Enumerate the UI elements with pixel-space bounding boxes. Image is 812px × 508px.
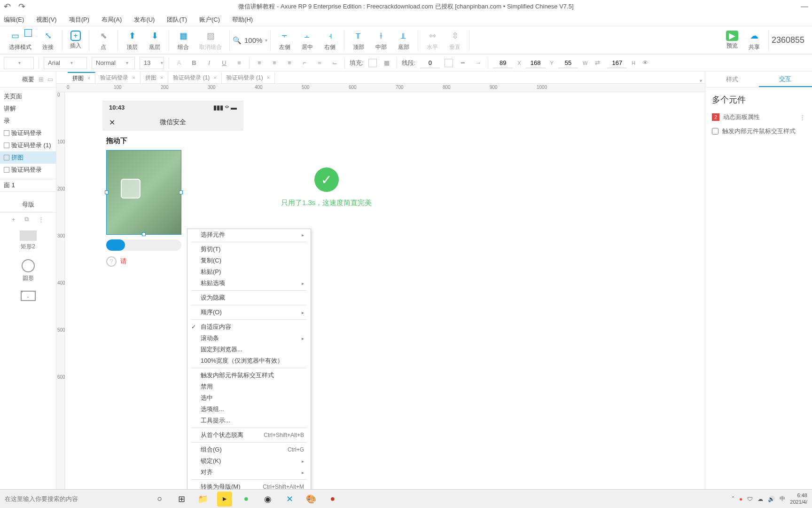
close-icon[interactable]: × [87,75,90,81]
menu-help[interactable]: 帮助(H) [232,16,253,24]
undo-icon[interactable]: ↶ [4,1,11,12]
tree-item-active[interactable]: 拼图 [0,151,56,164]
tool-top-layer[interactable]: ⬆顶层 [121,29,143,51]
context-menu-item[interactable]: 选项组... [187,404,311,415]
shield-icon[interactable]: 🛡 [747,496,753,502]
menu-edit[interactable]: 编辑(E) [4,16,24,24]
tree-item[interactable]: 验证码登录 [0,164,56,176]
context-menu-item[interactable]: ✓自适应内容 [187,321,311,333]
context-menu-item[interactable]: 禁用 [187,381,311,392]
context-menu-item[interactable]: 复制(C) [187,255,311,266]
fill-image-icon[interactable]: ▦ [382,58,392,68]
y-input[interactable] [526,58,546,68]
menu-layout[interactable]: 布局(A) [102,16,122,24]
help-icon[interactable]: ? [106,256,117,267]
context-menu-item[interactable]: 100%宽度（仅浏览器中有效） [187,355,311,366]
preview-button[interactable]: ▶预览 [721,31,743,50]
w-input[interactable] [558,58,578,68]
fill-color-icon[interactable] [368,59,377,67]
minimize-icon[interactable]: — [801,2,808,11]
tab-active[interactable]: 拼图× [68,72,95,83]
context-menu-item[interactable]: 剪切(T) [187,244,311,255]
menu-team[interactable]: 团队(T) [167,16,187,24]
list-icon[interactable]: ≡ [234,58,244,68]
axure-icon[interactable]: ✕ [282,492,297,507]
font-select[interactable]: Arial▾ [44,57,87,69]
tab[interactable]: 验证码登录 (1)× [222,72,275,83]
context-menu-item[interactable]: 粘贴(P) [187,266,311,278]
account-id[interactable]: 2360855 [772,35,808,45]
redo-icon[interactable]: ↷ [18,1,25,12]
tree-item[interactable]: 验证码登录 (1) [0,139,56,151]
font-style-select[interactable]: Normal▾ [92,57,135,69]
close-icon[interactable]: × [267,75,270,80]
tool-select[interactable]: ▭ 选择模式 [4,29,37,51]
h-input[interactable] [607,58,627,68]
context-menu-item[interactable]: 选中 [187,392,311,404]
tool-connect[interactable]: ⤡连接 [37,29,59,51]
tool-group-btn[interactable]: ▦组合 [172,29,195,51]
checkbox[interactable] [712,128,718,135]
tree-item[interactable]: 验证码登录 [0,127,56,139]
context-menu-item[interactable]: 工具提示... [187,415,311,426]
resize-handle[interactable] [142,232,146,236]
context-menu[interactable]: 选择元件▸剪切(T)复制(C)粘贴(P)粘贴选项▸设为隐藏顺序(O)▸✓自适应内… [187,229,311,489]
line-width-input[interactable] [420,58,440,68]
line-color-icon[interactable] [445,59,453,67]
more-master-icon[interactable]: ⋮ [38,216,44,223]
recording-icon[interactable]: ● [739,496,742,502]
x-input[interactable] [493,58,513,68]
paint-icon[interactable]: 🎨 [304,492,319,507]
context-menu-item[interactable]: 锁定(K)▸ [187,455,311,467]
prop-dynamic-panel[interactable]: 2 动态面板属性 ⋮ [712,113,805,121]
tree-item[interactable]: 关页面 [0,90,56,103]
context-menu-item[interactable]: 从首个状态脱离Ctrl+Shift+Alt+B [187,429,311,441]
tree-item[interactable]: 录 [0,115,56,127]
context-menu-item[interactable]: 转换为母版(M)Ctrl+Shift+Alt+M [187,481,311,489]
slider-thumb[interactable] [106,239,125,251]
align-top[interactable]: ⫪顶部 [347,29,370,51]
align-middle[interactable]: ⫲中部 [370,29,392,51]
context-menu-item[interactable]: 顺序(O)▸ [187,307,311,318]
more-icon[interactable]: ⋮ [799,114,805,121]
share-button[interactable]: ☁共享 [743,29,765,51]
valign-mid-icon[interactable]: = [314,58,325,68]
menu-project[interactable]: 项目(P) [69,16,89,24]
wechat-icon[interactable]: ● [239,492,254,507]
align-center-text-icon[interactable]: ≡ [269,58,280,68]
line-style-icon[interactable]: ━ [458,58,468,68]
zoom-control[interactable]: 🔍 100% ▾ [233,36,267,45]
align-center[interactable]: ⫠居中 [296,29,319,51]
tabs-overflow-icon[interactable]: ▾ [700,78,702,83]
bold-icon[interactable]: B [189,58,199,68]
resize-handle[interactable] [105,190,109,194]
tray-up-icon[interactable]: ˄ [732,496,734,502]
context-menu-item[interactable]: 触发内部元件鼠标交互样式 [187,370,311,381]
text-color-icon[interactable]: A [174,58,184,68]
align-bottom[interactable]: ⫫底部 [392,29,415,51]
align-right-text-icon[interactable]: ≡ [284,58,295,68]
explorer-icon[interactable]: 📁 [195,492,211,507]
tool-point[interactable]: ⬉点 [92,29,115,51]
menu-view[interactable]: 视图(V) [36,16,56,24]
tab[interactable]: 验证码登录× [95,72,140,83]
visibility-icon[interactable]: 👁 [640,58,650,68]
taskview-icon[interactable]: ⊞ [174,492,189,507]
clock[interactable]: 6:48 2021/4/ [790,492,807,505]
resize-handle[interactable] [179,190,183,194]
tab-style[interactable]: 样式 [705,71,759,87]
tab[interactable]: 验证码登录 (1)× [168,72,221,83]
font-size-select[interactable]: 13▾ [140,57,164,69]
close-icon[interactable]: × [213,75,216,80]
puzzle-piece[interactable] [121,179,141,198]
style-select[interactable]: ▾ [4,57,34,69]
shape-rect[interactable]: 矩形2 [20,230,37,251]
folder-icon[interactable]: ▭ [47,76,53,83]
prop-trigger[interactable]: 触发内部元件鼠标交互样式 [712,127,805,135]
close-icon[interactable]: ✕ [109,118,115,127]
puzzle-selected[interactable] [106,150,181,235]
cortana-icon[interactable]: ○ [152,492,167,507]
valign-bot-icon[interactable]: ⌙ [329,58,340,68]
add-master-icon[interactable]: + [12,216,16,223]
chrome-icon[interactable]: ◉ [260,492,275,507]
